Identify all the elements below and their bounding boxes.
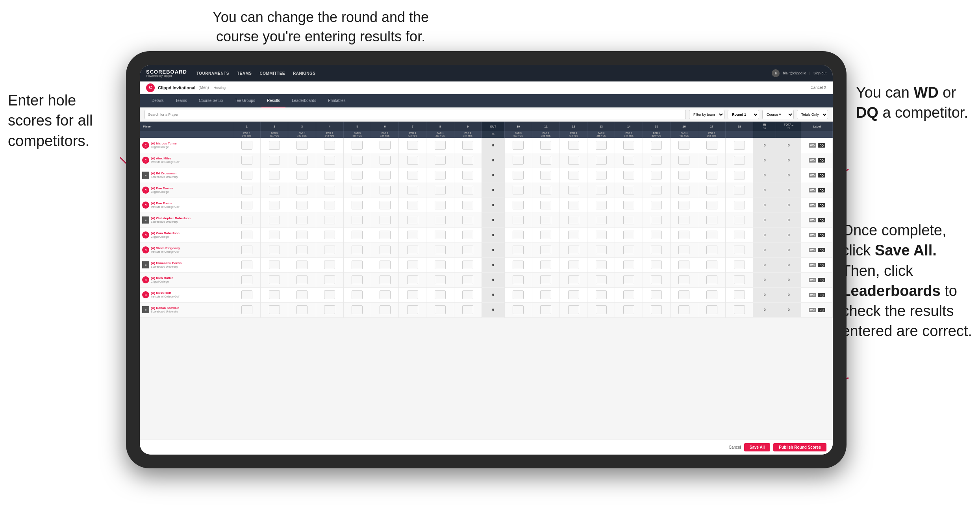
hole-13-input-player-5[interactable] (596, 216, 607, 224)
hole-3-input-player-5[interactable] (296, 216, 308, 224)
dq-button[interactable]: DQ (818, 233, 825, 237)
hole-12-input-player-2[interactable] (568, 171, 579, 179)
hole-2-input-player-11[interactable] (269, 305, 280, 314)
hole-14-input-player-3[interactable] (623, 186, 634, 194)
hole-13-input-player-0[interactable] (596, 141, 607, 150)
hole-4-input-player-7[interactable] (324, 246, 335, 254)
hole-2-input-player-6[interactable] (269, 231, 280, 239)
hole-14-input-player-5[interactable] (623, 216, 634, 224)
hole-10-input-player-7[interactable] (513, 246, 524, 254)
cancel-tournament-btn[interactable]: Cancel X (810, 85, 826, 90)
nav-tournaments[interactable]: TOURNAMENTS (196, 71, 229, 76)
hole-16-input-player-10[interactable] (678, 290, 689, 299)
hole-5-input-player-11[interactable] (352, 305, 363, 314)
hole-13-input-player-11[interactable] (596, 305, 607, 314)
hole-2-input-player-4[interactable] (269, 201, 280, 209)
hole-5-input-player-10[interactable] (352, 290, 363, 299)
hole-8-input-player-11[interactable] (435, 305, 446, 314)
wd-button[interactable]: WD (809, 293, 817, 297)
hole-12-input-player-8[interactable] (568, 261, 579, 269)
wd-button[interactable]: WD (809, 278, 817, 282)
hole-17-input-player-9[interactable] (706, 276, 717, 284)
search-player-input[interactable] (144, 110, 686, 119)
hole-2-input-player-7[interactable] (269, 246, 280, 254)
hole-6-input-player-8[interactable] (380, 261, 391, 269)
hole-5-input-player-9[interactable] (352, 276, 363, 284)
hole-1-input-player-3[interactable] (241, 186, 252, 194)
hole-5-input-player-3[interactable] (352, 186, 363, 194)
hole-16-input-player-5[interactable] (678, 216, 689, 224)
hole-16-input-player-8[interactable] (678, 261, 689, 269)
hole-14-input-player-8[interactable] (623, 261, 634, 269)
hole-5-input-player-1[interactable] (352, 156, 363, 165)
hole-6-input-player-10[interactable] (380, 290, 391, 299)
hole-8-input-player-3[interactable] (435, 186, 446, 194)
wd-button[interactable]: WD (809, 188, 817, 192)
hole-8-input-player-1[interactable] (435, 156, 446, 165)
hole-10-input-player-2[interactable] (513, 171, 524, 179)
hole-11-input-player-9[interactable] (540, 276, 551, 284)
hole-13-input-player-8[interactable] (596, 261, 607, 269)
hole-12-input-player-3[interactable] (568, 186, 579, 194)
hole-16-input-player-3[interactable] (678, 186, 689, 194)
hole-4-input-player-9[interactable] (324, 276, 335, 284)
hole-11-input-player-5[interactable] (540, 216, 551, 224)
hole-7-input-player-10[interactable] (407, 290, 418, 299)
hole-3-input-player-4[interactable] (296, 201, 308, 209)
hole-10-input-player-5[interactable] (513, 216, 524, 224)
hole-5-input-player-7[interactable] (352, 246, 363, 254)
hole-18-input-player-6[interactable] (734, 231, 745, 239)
hole-11-input-player-0[interactable] (540, 141, 551, 150)
hole-6-input-player-6[interactable] (380, 231, 391, 239)
hole-1-input-player-6[interactable] (241, 231, 252, 239)
hole-12-input-player-0[interactable] (568, 141, 579, 150)
hole-12-input-player-11[interactable] (568, 305, 579, 314)
hole-4-input-player-5[interactable] (324, 216, 335, 224)
hole-5-input-player-8[interactable] (352, 261, 363, 269)
hole-12-input-player-5[interactable] (568, 216, 579, 224)
hole-2-input-player-3[interactable] (269, 186, 280, 194)
hole-15-input-player-10[interactable] (651, 290, 662, 299)
hole-18-input-player-2[interactable] (734, 171, 745, 179)
hole-15-input-player-7[interactable] (651, 246, 662, 254)
nav-rankings[interactable]: RANKINGS (293, 71, 315, 76)
hole-14-input-player-11[interactable] (623, 305, 634, 314)
hole-4-input-player-2[interactable] (324, 171, 335, 179)
hole-11-input-player-2[interactable] (540, 171, 551, 179)
hole-13-input-player-10[interactable] (596, 290, 607, 299)
hole-5-input-player-4[interactable] (352, 201, 363, 209)
hole-17-input-player-1[interactable] (706, 156, 717, 165)
hole-4-input-player-8[interactable] (324, 261, 335, 269)
filter-by-team-select[interactable]: Filter by team (689, 110, 724, 119)
hole-12-input-player-6[interactable] (568, 231, 579, 239)
dq-button[interactable]: DQ (818, 293, 825, 297)
hole-2-input-player-2[interactable] (269, 171, 280, 179)
hole-14-input-player-6[interactable] (623, 231, 634, 239)
hole-3-input-player-11[interactable] (296, 305, 308, 314)
hole-2-input-player-1[interactable] (269, 156, 280, 165)
dq-button[interactable]: DQ (818, 143, 825, 148)
hole-16-input-player-7[interactable] (678, 246, 689, 254)
hole-16-input-player-4[interactable] (678, 201, 689, 209)
hole-8-input-player-5[interactable] (435, 216, 446, 224)
hole-6-input-player-4[interactable] (380, 201, 391, 209)
hole-9-input-player-3[interactable] (462, 186, 473, 194)
hole-7-input-player-11[interactable] (407, 305, 418, 314)
save-all-button[interactable]: Save All (744, 443, 771, 451)
hole-8-input-player-7[interactable] (435, 246, 446, 254)
hole-15-input-player-0[interactable] (651, 141, 662, 150)
hole-18-input-player-8[interactable] (734, 261, 745, 269)
hole-9-input-player-7[interactable] (462, 246, 473, 254)
hole-16-input-player-0[interactable] (678, 141, 689, 150)
hole-9-input-player-4[interactable] (462, 201, 473, 209)
wd-button[interactable]: WD (809, 218, 817, 222)
hole-7-input-player-8[interactable] (407, 261, 418, 269)
wd-button[interactable]: WD (809, 143, 817, 148)
hole-1-input-player-1[interactable] (241, 156, 252, 165)
hole-17-input-player-6[interactable] (706, 231, 717, 239)
nav-committee[interactable]: COMMITTEE (260, 71, 285, 76)
hole-4-input-player-10[interactable] (324, 290, 335, 299)
hole-10-input-player-1[interactable] (513, 156, 524, 165)
hole-2-input-player-10[interactable] (269, 290, 280, 299)
dq-button[interactable]: DQ (818, 248, 825, 252)
